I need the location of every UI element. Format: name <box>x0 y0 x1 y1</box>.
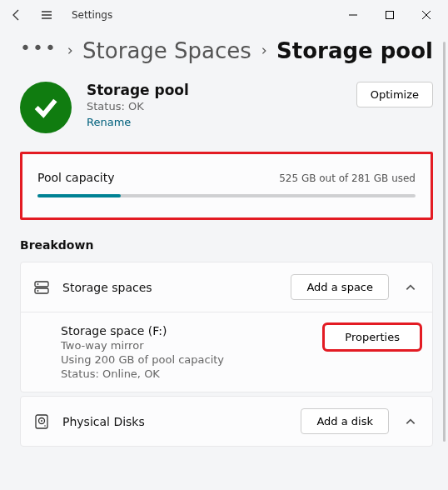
physical-disks-icon <box>32 412 51 431</box>
space-name: Storage space (F:) <box>61 324 224 338</box>
breadcrumb-parent[interactable]: Storage Spaces <box>82 38 251 63</box>
storage-space-item: Storage space (F:) Two-way mirror Using … <box>61 324 224 380</box>
capacity-text: 525 GB out of 281 GB used <box>279 172 416 184</box>
chevron-up-icon <box>401 282 421 293</box>
breadcrumb-overflow[interactable]: ••• <box>20 39 57 62</box>
capacity-progress <box>37 194 416 198</box>
scrollbar[interactable] <box>443 42 446 442</box>
svg-rect-1 <box>35 282 48 287</box>
titlebar: Settings <box>0 0 448 30</box>
maximize-button[interactable] <box>371 2 408 28</box>
capacity-card: Pool capacity 525 GB out of 281 GB used <box>20 152 433 220</box>
storage-spaces-icon <box>32 278 51 297</box>
minimize-button[interactable] <box>335 2 371 28</box>
properties-button[interactable]: Properties <box>324 324 421 350</box>
chevron-up-icon <box>401 416 421 428</box>
svg-point-4 <box>37 290 39 292</box>
svg-rect-0 <box>386 12 394 19</box>
svg-point-3 <box>37 283 39 285</box>
physical-disks-expander: Physical Disks Add a disk <box>20 396 433 447</box>
pool-status: Status: OK <box>87 100 341 112</box>
capacity-label: Pool capacity <box>37 171 115 184</box>
space-type: Two-way mirror <box>61 339 224 352</box>
svg-rect-2 <box>35 288 48 293</box>
storage-spaces-title: Storage spaces <box>62 281 279 294</box>
close-button[interactable] <box>408 2 445 28</box>
storage-spaces-header[interactable]: Storage spaces Add a space <box>21 262 432 312</box>
svg-point-8 <box>44 425 46 427</box>
chevron-right-icon <box>66 46 74 56</box>
space-usage: Using 200 GB of pool capacity <box>61 353 224 366</box>
pool-name: Storage pool <box>87 82 341 98</box>
storage-spaces-expander: Storage spaces Add a space Storage space… <box>20 262 433 392</box>
optimize-button[interactable]: Optimize <box>356 82 433 108</box>
back-button[interactable] <box>7 5 27 25</box>
space-status: Status: Online, OK <box>61 368 224 380</box>
rename-link[interactable]: Rename <box>87 116 131 128</box>
add-space-button[interactable]: Add a space <box>291 274 389 300</box>
breadcrumb: ••• Storage Spaces Storage pool <box>20 38 433 63</box>
svg-point-7 <box>41 420 42 422</box>
physical-disks-title: Physical Disks <box>62 415 289 428</box>
breakdown-title: Breakdown <box>20 238 433 252</box>
physical-disks-header[interactable]: Physical Disks Add a disk <box>21 397 432 446</box>
status-ok-icon <box>20 82 72 133</box>
breadcrumb-current: Storage pool <box>276 38 433 63</box>
menu-button[interactable] <box>37 5 57 25</box>
add-disk-button[interactable]: Add a disk <box>301 408 389 434</box>
app-title: Settings <box>72 9 112 21</box>
chevron-right-icon <box>260 46 268 56</box>
